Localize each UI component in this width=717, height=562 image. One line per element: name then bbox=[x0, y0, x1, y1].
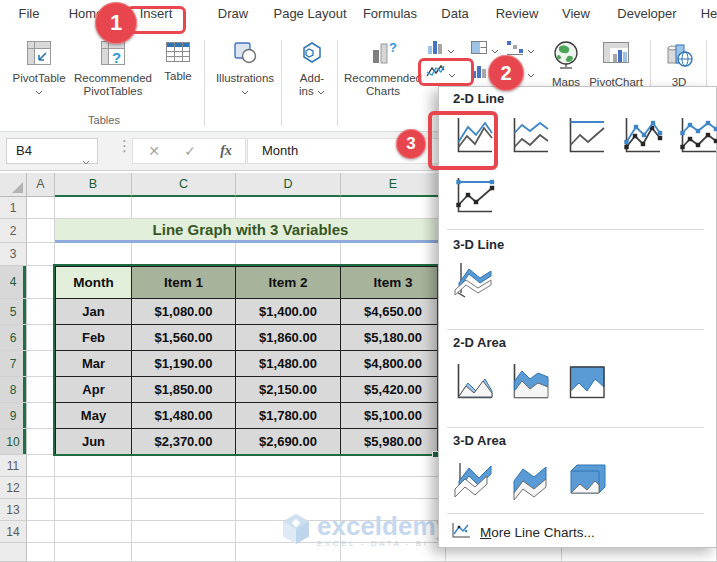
cell[interactable] bbox=[27, 499, 55, 521]
chart-thumbnail-stacked-area[interactable] bbox=[505, 359, 553, 407]
chart-thumbnail-3d-100-stacked-area[interactable] bbox=[561, 457, 609, 505]
insert-hierarchy-chart-button[interactable] bbox=[470, 38, 499, 60]
cell[interactable] bbox=[27, 543, 55, 562]
cell[interactable] bbox=[27, 266, 55, 299]
cell[interactable] bbox=[27, 521, 55, 543]
cell-D5[interactable]: $1,400.00 bbox=[236, 299, 341, 325]
cell[interactable] bbox=[236, 243, 341, 266]
cell[interactable] bbox=[27, 429, 55, 455]
cell-C6[interactable]: $1,560.00 bbox=[132, 325, 236, 351]
name-box[interactable]: B4 bbox=[6, 138, 98, 164]
enter-button[interactable]: ✓ bbox=[175, 139, 205, 163]
cell-E8[interactable]: $5,420.00 bbox=[341, 377, 446, 403]
chart-thumbnail-100-stacked-line[interactable] bbox=[561, 113, 609, 161]
cell-C7[interactable]: $1,190.00 bbox=[132, 351, 236, 377]
insert-line-chart-button[interactable] bbox=[426, 62, 456, 84]
cell-E5[interactable]: $4,650.00 bbox=[341, 299, 446, 325]
table-header-item-1[interactable]: Item 1 bbox=[132, 266, 236, 299]
row-header-10[interactable]: 10 bbox=[0, 429, 27, 455]
cell-B5[interactable]: Jan bbox=[55, 299, 132, 325]
tab-page-layout[interactable]: Page Layout bbox=[273, 0, 346, 28]
tab-developer[interactable]: Developer bbox=[617, 0, 676, 28]
table-header-item-2[interactable]: Item 2 bbox=[236, 266, 341, 299]
cell-E10[interactable]: $5,980.00 bbox=[341, 429, 446, 455]
chart-thumbnail-line-markers[interactable] bbox=[617, 113, 665, 161]
chart-thumbnail-stacked-line[interactable] bbox=[505, 113, 553, 161]
cell-D7[interactable]: $1,480.00 bbox=[236, 351, 341, 377]
cell[interactable] bbox=[132, 455, 236, 477]
more-line-charts-item[interactable]: More Line Charts... bbox=[439, 517, 716, 547]
cell-D10[interactable]: $2,690.00 bbox=[236, 429, 341, 455]
pivotchart-button[interactable]: PivotChart bbox=[586, 40, 646, 89]
formula-bar-grip[interactable]: ⋮ bbox=[117, 137, 132, 155]
row-header-12[interactable]: 12 bbox=[0, 477, 27, 499]
row-header-8[interactable]: 8 bbox=[0, 377, 27, 403]
chart-thumbnail-3d-stacked-area[interactable] bbox=[505, 457, 553, 505]
cell[interactable] bbox=[132, 243, 236, 266]
cell[interactable] bbox=[27, 351, 55, 377]
cell[interactable] bbox=[55, 455, 132, 477]
cell[interactable] bbox=[236, 477, 341, 499]
cell[interactable] bbox=[55, 197, 132, 219]
cell[interactable] bbox=[27, 403, 55, 429]
column-header-B[interactable]: B bbox=[55, 173, 132, 197]
cell-B6[interactable]: Feb bbox=[55, 325, 132, 351]
cell[interactable] bbox=[27, 219, 55, 243]
cell[interactable] bbox=[27, 197, 55, 219]
table-header-month[interactable]: Month bbox=[55, 266, 132, 299]
row-header-11[interactable]: 11 bbox=[0, 455, 27, 477]
cell-E6[interactable]: $5,180.00 bbox=[341, 325, 446, 351]
tab-data[interactable]: Data bbox=[441, 0, 468, 28]
recommended-charts-button[interactable]: ? Recommended Charts bbox=[344, 40, 422, 98]
sheet-title-cell[interactable]: Line Graph with 3 Variables bbox=[55, 219, 446, 243]
cell-E7[interactable]: $4,800.00 bbox=[341, 351, 446, 377]
row-header-4[interactable]: 4 bbox=[0, 266, 27, 299]
cell[interactable] bbox=[341, 243, 446, 266]
cell[interactable] bbox=[132, 543, 236, 562]
add-ins-button[interactable]: Add- ins bbox=[288, 40, 336, 98]
cell[interactable] bbox=[27, 477, 55, 499]
cell[interactable] bbox=[27, 243, 55, 266]
cell[interactable] bbox=[132, 197, 236, 219]
chart-thumbnail-stacked-line-markers[interactable] bbox=[673, 113, 717, 161]
tab-formulas[interactable]: Formulas bbox=[363, 0, 417, 28]
cell[interactable] bbox=[236, 455, 341, 477]
cell[interactable] bbox=[27, 377, 55, 403]
cell-B7[interactable]: Mar bbox=[55, 351, 132, 377]
cell-B8[interactable]: Apr bbox=[55, 377, 132, 403]
cell-C8[interactable]: $1,850.00 bbox=[132, 377, 236, 403]
cell-B10[interactable]: Jun bbox=[55, 429, 132, 455]
cell[interactable] bbox=[341, 477, 446, 499]
cell-E9[interactable]: $5,100.00 bbox=[341, 403, 446, 429]
table-header-item-3[interactable]: Item 3 bbox=[341, 266, 446, 299]
select-all-corner[interactable] bbox=[0, 173, 27, 197]
column-header-D[interactable]: D bbox=[236, 173, 341, 197]
recommended-pivottables-button[interactable]: ? Recommended PivotTables bbox=[72, 40, 154, 98]
insert-column-chart-button[interactable] bbox=[426, 38, 455, 60]
tab-file[interactable]: File bbox=[19, 0, 40, 28]
pivottable-button[interactable]: PivotTable bbox=[8, 40, 70, 98]
column-header-A[interactable]: A bbox=[27, 173, 55, 197]
cell-D9[interactable]: $1,780.00 bbox=[236, 403, 341, 429]
cell[interactable] bbox=[341, 455, 446, 477]
row-header[interactable] bbox=[0, 543, 27, 562]
cell[interactable] bbox=[27, 455, 55, 477]
tab-review[interactable]: Review bbox=[496, 0, 539, 28]
cell[interactable] bbox=[55, 499, 132, 521]
chart-thumbnail-3d-line[interactable] bbox=[449, 257, 497, 305]
cell-C5[interactable]: $1,080.00 bbox=[132, 299, 236, 325]
chart-thumbnail-line[interactable] bbox=[449, 113, 497, 161]
cell-C10[interactable]: $2,370.00 bbox=[132, 429, 236, 455]
cell[interactable] bbox=[341, 197, 446, 219]
cell[interactable] bbox=[132, 477, 236, 499]
cell-D8[interactable]: $2,150.00 bbox=[236, 377, 341, 403]
cell[interactable] bbox=[27, 299, 55, 325]
row-header-13[interactable]: 13 bbox=[0, 499, 27, 521]
cell[interactable] bbox=[132, 521, 236, 543]
tab-view[interactable]: View bbox=[562, 0, 590, 28]
cell[interactable] bbox=[55, 243, 132, 266]
tab-help[interactable]: Help bbox=[701, 0, 717, 28]
cell[interactable] bbox=[55, 477, 132, 499]
row-header-7[interactable]: 7 bbox=[0, 351, 27, 377]
cell[interactable] bbox=[27, 325, 55, 351]
